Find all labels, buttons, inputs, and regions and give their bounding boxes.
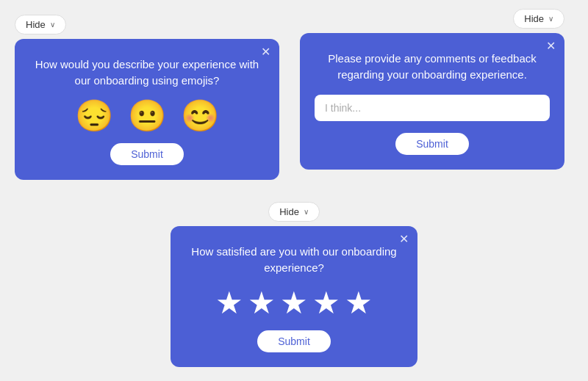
chevron-down-icon: ∨: [50, 21, 55, 29]
widget1-close-button[interactable]: ✕: [261, 46, 270, 58]
emoji-row: 😔 😐 😊: [29, 101, 265, 131]
widget2-card: ✕ Please provide any comments or feedbac…: [300, 33, 564, 170]
hide-label: Hide: [279, 206, 299, 217]
widget3-header: Hide ∨: [171, 202, 417, 226]
widget3-submit-button[interactable]: Submit: [257, 330, 331, 352]
chevron-down-icon: ∨: [304, 208, 309, 216]
widget1-card: ✕ How would you describe your experience…: [15, 39, 279, 180]
star-3[interactable]: ★: [280, 288, 308, 319]
stars-row: ★ ★ ★ ★ ★: [185, 288, 403, 319]
emoji-sad[interactable]: 😔: [75, 101, 113, 131]
widget3-close-button[interactable]: ✕: [399, 233, 409, 245]
widget2-submit-button[interactable]: Submit: [395, 133, 469, 155]
star-rating-widget: Hide ∨ ✕ How satisfied are you with our …: [171, 202, 417, 367]
widget2-hide-button[interactable]: Hide ∨: [513, 9, 564, 29]
widget2-header: Hide ∨: [300, 9, 564, 33]
hide-label: Hide: [524, 13, 544, 24]
text-feedback-widget: Hide ∨ ✕ Please provide any comments or …: [300, 9, 564, 170]
widget1-hide-button[interactable]: Hide ∨: [15, 15, 66, 35]
feedback-input[interactable]: [315, 95, 550, 121]
widget2-close-button[interactable]: ✕: [546, 40, 556, 52]
widget3-title: How satisfied are you with our onboardin…: [185, 244, 403, 276]
star-5[interactable]: ★: [345, 288, 373, 319]
emoji-happy[interactable]: 😊: [181, 101, 219, 131]
star-2[interactable]: ★: [248, 288, 276, 319]
widget1-submit-button[interactable]: Submit: [110, 143, 184, 165]
widget2-title: Please provide any comments or feedback …: [315, 51, 550, 83]
hide-label: Hide: [26, 19, 46, 30]
emoji-widget: Hide ∨ ✕ How would you describe your exp…: [15, 15, 279, 180]
star-4[interactable]: ★: [312, 288, 340, 319]
star-1[interactable]: ★: [215, 288, 243, 319]
emoji-neutral[interactable]: 😐: [128, 101, 166, 131]
widget3-hide-button[interactable]: Hide ∨: [268, 202, 320, 222]
chevron-down-icon: ∨: [548, 15, 553, 23]
widget3-card: ✕ How satisfied are you with our onboard…: [171, 226, 417, 367]
widget1-header: Hide ∨: [15, 15, 279, 39]
widget1-title: How would you describe your experience w…: [29, 57, 265, 89]
